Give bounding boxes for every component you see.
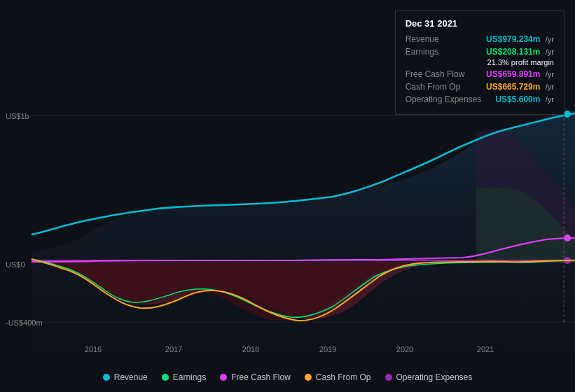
svg-point-6 bbox=[564, 111, 571, 118]
chart-container: US$1b US$0 -US$400m 2016 2017 2018 2019 … bbox=[0, 0, 575, 392]
tooltip: Dec 31 2021 Revenue US$979.234m /yr Earn… bbox=[395, 10, 564, 115]
tooltip-revenue-row: Revenue US$979.234m /yr bbox=[406, 34, 554, 44]
tooltip-revenue-value: US$979.234m /yr bbox=[486, 34, 554, 44]
legend-fcf-label: Free Cash Flow bbox=[231, 372, 291, 382]
legend-opex[interactable]: Operating Expenses bbox=[385, 372, 473, 382]
tooltip-opex-row: Operating Expenses US$5.600m /yr bbox=[406, 94, 554, 104]
svg-point-5 bbox=[564, 234, 571, 241]
x-label-2018: 2018 bbox=[242, 345, 259, 354]
legend-cashop-label: Cash From Op bbox=[316, 372, 371, 382]
y-label-1b: US$1b bbox=[6, 112, 29, 120]
legend-revenue-dot bbox=[103, 374, 110, 381]
legend-opex-dot bbox=[385, 374, 392, 381]
tooltip-revenue-label: Revenue bbox=[406, 34, 439, 44]
legend-fcf-dot bbox=[220, 374, 227, 381]
x-label-2020: 2020 bbox=[396, 345, 413, 354]
legend-opex-label: Operating Expenses bbox=[396, 372, 473, 382]
tooltip-earnings-value: US$208.131m /yr bbox=[486, 47, 554, 57]
tooltip-cashop-value: US$665.729m /yr bbox=[486, 82, 554, 92]
legend-revenue-label: Revenue bbox=[114, 372, 148, 382]
legend-cashop-dot bbox=[305, 374, 312, 381]
legend-earnings-dot bbox=[162, 374, 169, 381]
legend-earnings-label: Earnings bbox=[173, 372, 206, 382]
profit-margin: 21.3% profit margin bbox=[406, 58, 554, 66]
legend-cashop[interactable]: Cash From Op bbox=[305, 372, 371, 382]
y-label-neg400m: -US$400m bbox=[6, 318, 43, 327]
x-label-2021: 2021 bbox=[477, 345, 494, 354]
legend-earnings[interactable]: Earnings bbox=[162, 372, 206, 382]
x-label-2019: 2019 bbox=[319, 345, 336, 354]
x-label-2016: 2016 bbox=[85, 345, 102, 354]
tooltip-cashop-row: Cash From Op US$665.729m /yr bbox=[406, 82, 554, 92]
tooltip-opex-value: US$5.600m /yr bbox=[495, 94, 554, 104]
tooltip-fcf-label: Free Cash Flow bbox=[406, 69, 465, 79]
tooltip-fcf-value: US$659.891m /yr bbox=[486, 69, 554, 79]
tooltip-cashop-label: Cash From Op bbox=[406, 82, 461, 92]
legend-revenue[interactable]: Revenue bbox=[103, 372, 148, 382]
tooltip-fcf-row: Free Cash Flow US$659.891m /yr bbox=[406, 69, 554, 79]
y-label-0: US$0 bbox=[6, 260, 25, 269]
tooltip-date: Dec 31 2021 bbox=[406, 18, 554, 29]
tooltip-earnings-label: Earnings bbox=[406, 47, 438, 57]
x-label-2017: 2017 bbox=[165, 345, 182, 354]
legend: Revenue Earnings Free Cash Flow Cash Fro… bbox=[0, 372, 575, 382]
tooltip-earnings-row: Earnings US$208.131m /yr bbox=[406, 47, 554, 57]
tooltip-opex-label: Operating Expenses bbox=[406, 94, 482, 104]
legend-fcf[interactable]: Free Cash Flow bbox=[220, 372, 291, 382]
